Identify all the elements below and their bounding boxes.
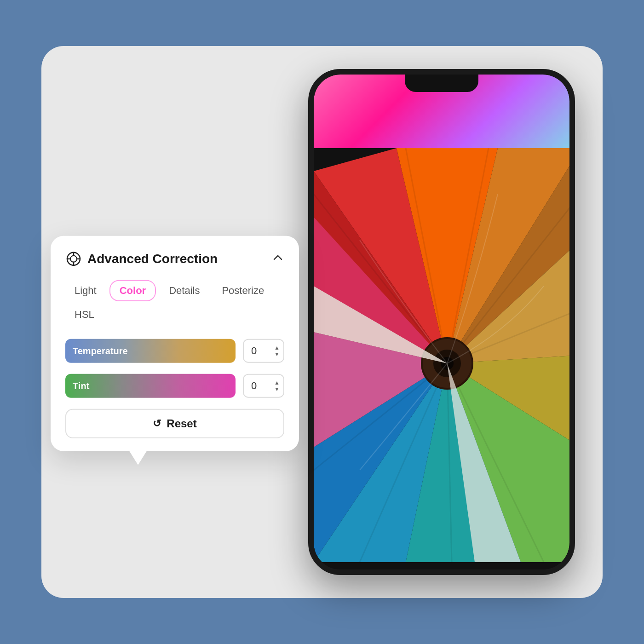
tab-posterize[interactable]: Posterize bbox=[213, 280, 273, 301]
temperature-slider[interactable]: Temperature bbox=[65, 339, 236, 363]
temperature-down-arrow[interactable]: ▼ bbox=[274, 351, 280, 357]
svg-point-13 bbox=[70, 256, 77, 262]
temperature-row: Temperature 0 ▲ ▼ bbox=[65, 339, 284, 363]
tint-row: Tint 0 ▲ ▼ bbox=[65, 374, 284, 398]
correction-icon bbox=[65, 251, 82, 267]
tint-up-arrow[interactable]: ▲ bbox=[274, 380, 280, 385]
tint-down-arrow[interactable]: ▼ bbox=[274, 386, 280, 392]
reset-label: Reset bbox=[167, 417, 196, 430]
tab-hsl[interactable]: HSL bbox=[65, 305, 104, 324]
tab-color[interactable]: Color bbox=[109, 280, 156, 301]
reset-button[interactable]: ↺ Reset bbox=[65, 409, 284, 438]
tab-bar: Light Color Details Posterize HSL bbox=[65, 280, 284, 324]
tint-slider[interactable]: Tint bbox=[65, 374, 236, 398]
collapse-button[interactable] bbox=[271, 251, 284, 267]
tab-light[interactable]: Light bbox=[65, 280, 106, 301]
phone-notch bbox=[405, 75, 478, 92]
tab-details[interactable]: Details bbox=[160, 280, 209, 301]
temperature-up-arrow[interactable]: ▲ bbox=[274, 345, 280, 351]
tint-spinner[interactable]: 0 ▲ ▼ bbox=[243, 374, 284, 398]
phone-screen bbox=[314, 75, 569, 569]
panel-header: Advanced Correction bbox=[65, 251, 284, 267]
phone-mockup bbox=[308, 69, 575, 575]
tint-arrows[interactable]: ▲ ▼ bbox=[274, 380, 280, 392]
temperature-spinner[interactable]: 0 ▲ ▼ bbox=[243, 339, 284, 363]
temperature-value: 0 bbox=[251, 345, 257, 357]
cloth-illustration bbox=[314, 148, 569, 562]
panel-title: Advanced Correction bbox=[87, 252, 218, 266]
advanced-correction-panel: Advanced Correction Light Color Details … bbox=[51, 236, 299, 451]
panel-title-group: Advanced Correction bbox=[65, 251, 218, 267]
outer-card: Advanced Correction Light Color Details … bbox=[41, 46, 603, 598]
tint-label: Tint bbox=[73, 380, 89, 391]
temperature-arrows[interactable]: ▲ ▼ bbox=[274, 345, 280, 357]
tint-value: 0 bbox=[251, 380, 257, 392]
reset-icon: ↺ bbox=[153, 418, 161, 430]
temperature-label: Temperature bbox=[73, 345, 128, 356]
